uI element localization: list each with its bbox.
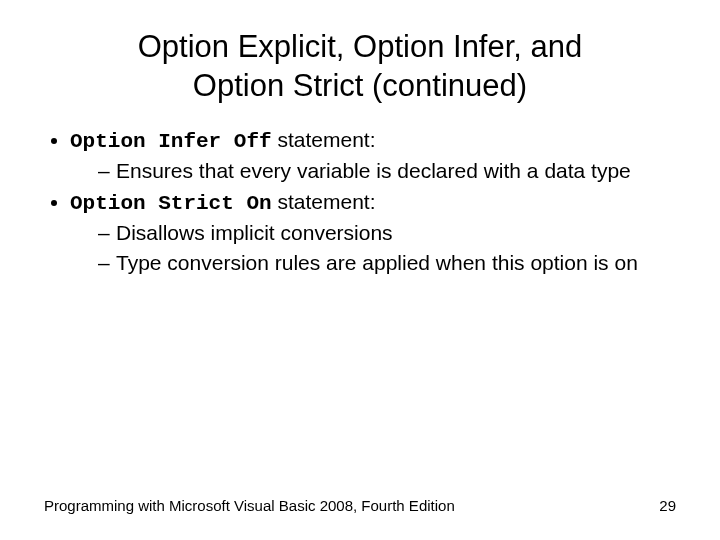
footer-source: Programming with Microsoft Visual Basic … (44, 497, 455, 514)
title-line-1: Option Explicit, Option Infer, and (138, 29, 583, 64)
bullet-1-rest: statement: (272, 128, 376, 151)
bullet-list: Option Infer Off statement: Ensures that… (44, 126, 676, 276)
title-line-2: Option Strict (continued) (193, 68, 527, 103)
bullet-2-sublist: Disallows implicit conversions Type conv… (70, 219, 676, 276)
bullet-2-code: Option Strict On (70, 192, 272, 215)
slide-footer: Programming with Microsoft Visual Basic … (44, 497, 676, 514)
slide-body: Option Infer Off statement: Ensures that… (0, 120, 720, 276)
footer-page-number: 29 (659, 497, 676, 514)
bullet-1-code: Option Infer Off (70, 130, 272, 153)
bullet-2-sub-2: Type conversion rules are applied when t… (98, 249, 676, 276)
bullet-2-sub-1: Disallows implicit conversions (98, 219, 676, 246)
slide: Option Explicit, Option Infer, and Optio… (0, 0, 720, 540)
bullet-2-rest: statement: (272, 190, 376, 213)
bullet-1: Option Infer Off statement: Ensures that… (70, 126, 676, 185)
slide-title: Option Explicit, Option Infer, and Optio… (0, 0, 720, 120)
bullet-2: Option Strict On statement: Disallows im… (70, 188, 676, 276)
bullet-1-sub-1: Ensures that every variable is declared … (98, 157, 676, 184)
bullet-1-sublist: Ensures that every variable is declared … (70, 157, 676, 184)
